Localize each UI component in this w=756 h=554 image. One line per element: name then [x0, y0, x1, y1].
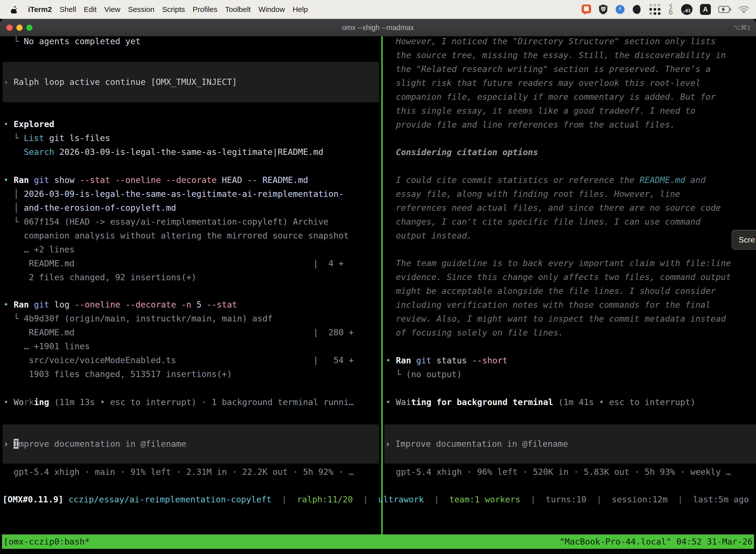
- terminal-line: essay file, along with finding root file…: [386, 187, 756, 201]
- input-source-icon[interactable]: A: [700, 4, 711, 15]
- time-left-badge-icon[interactable]: ..61: [681, 4, 693, 15]
- terminal-line: … +2 lines: [3, 242, 381, 257]
- chat-app-icon[interactable]: [581, 4, 591, 15]
- terminal-line: this single essay, it seems like a good …: [386, 104, 756, 118]
- tmux-host-clock: "MacBook-Pro-44.local" 04:52 31-Mar-26: [560, 537, 753, 547]
- menu-item-edit[interactable]: Edit: [84, 5, 97, 14]
- terminal-line: 2 files changed, 92 insertions(+): [3, 270, 381, 284]
- terminal-line: [OMX#0.11.9] cczip/essay/ai-reimplementa…: [2, 492, 749, 506]
- menu-item-shell[interactable]: Shell: [60, 5, 76, 14]
- menu-item-session[interactable]: Session: [128, 5, 154, 14]
- menu-item-profiles[interactable]: Profiles: [192, 5, 217, 14]
- model-status-right: gpt-5.4 xhigh · 96% left · 520K in · 5.8…: [386, 465, 756, 479]
- terminal-line: companion file, especially if more comme…: [386, 90, 756, 104]
- terminal-line: README.md | 280 +: [3, 325, 381, 339]
- agents-note: └ No agents completed yet: [3, 36, 381, 48]
- terminal-line: However, I noticed the "Directory Struct…: [386, 36, 756, 48]
- terminal-line: • Ran git log --oneline --decorate -n 5 …: [3, 297, 381, 312]
- terminal-line: › Ralph loop active continue [OMX_TMUX_I…: [3, 75, 379, 89]
- terminal-line: Considering citation options: [386, 145, 756, 159]
- git-show-section: • Ran git show --stat --oneline --decora…: [3, 173, 381, 284]
- menu-item-view[interactable]: View: [105, 5, 120, 14]
- navigation-badge-icon[interactable]: [615, 4, 625, 14]
- terminal-line: └ 4b9d30f (origin/main, instructkr/main,…: [3, 312, 381, 325]
- reasoning-paragraph-1: However, I noticed the "Directory Struct…: [386, 36, 756, 131]
- terminal-line: • Waiting for background terminal (1m 41…: [386, 395, 756, 409]
- window-title: omx --xhigh --madmax: [0, 23, 756, 32]
- git-status-section: • Ran git status --short └ (no output): [386, 353, 756, 381]
- omx-status-line: [OMX#0.11.9] cczip/essay/ai-reimplementa…: [2, 492, 749, 506]
- terminal-line: slight risk that future readers may over…: [386, 76, 756, 90]
- terminal-line: output instead.: [386, 229, 756, 242]
- window-title-bar: omx --xhigh --madmax ⌥⌘1: [0, 19, 756, 36]
- terminal-line: 1903 files changed, 513517 insertions(+): [3, 367, 381, 381]
- menu-item-iterm2[interactable]: iTerm2: [28, 5, 52, 14]
- left-agent-pane: └ No agents completed yet › Ralph loop a…: [0, 36, 381, 535]
- terminal-line: provide file and line references from th…: [386, 118, 756, 131]
- shield-icon[interactable]: [599, 4, 608, 15]
- terminal-line: └ 067f154 (HEAD -> essay/ai-reimplementa…: [3, 215, 381, 229]
- screen-share-chip[interactable]: Scre: [732, 230, 756, 250]
- terminal-line: The team guideline is to back every impo…: [386, 256, 756, 270]
- terminal-line: references need actual files, and since …: [386, 201, 756, 215]
- battery-icon[interactable]: [718, 6, 731, 13]
- pane-divider[interactable]: [381, 36, 383, 535]
- menu-item-help[interactable]: Help: [293, 5, 308, 14]
- terminal-line: │ and-the-erosion-of-copyleft.md: [3, 201, 381, 215]
- terminal-line: changes, I can't cite specific file line…: [386, 215, 756, 229]
- terminal-line: review. Also, I might want to inspect th…: [386, 312, 756, 326]
- terminal-line: … +1901 lines: [3, 339, 381, 353]
- terminal-line: • Working (11m 13s • esc to interrupt) ·…: [3, 395, 381, 409]
- terminal-line: of focusing solely on file lines.: [386, 326, 756, 340]
- close-window-button[interactable]: [6, 24, 13, 31]
- prompt-input-right[interactable]: › Improve documentation in @filename: [384, 425, 756, 464]
- terminal-line: › Improve documentation in @filename: [385, 437, 756, 451]
- git-log-section: • Ran git log --oneline --decorate -n 5 …: [3, 297, 381, 381]
- menu-item-scripts[interactable]: Scripts: [162, 5, 185, 14]
- window-shortcut-hint: ⌥⌘1: [733, 24, 751, 32]
- prompt-input-left[interactable]: › Improve documentation in @filename: [2, 425, 379, 464]
- tmux-session-label: [omx-cczip0:bash*: [3, 537, 90, 547]
- wifi-icon[interactable]: [739, 5, 749, 13]
- ralph-inject-banner: › Ralph loop active continue [OMX_TMUX_I…: [2, 62, 379, 102]
- model-status-left: gpt-5.4 xhigh · main · 91% left · 2.31M …: [3, 465, 381, 479]
- reasoning-paragraph-2: I could cite commit statistics or refere…: [386, 173, 756, 242]
- terminal-line: the source tree, missing the essay. Stil…: [386, 48, 756, 62]
- terminal-line: Search 2026-03-09-is-legal-the-same-as-l…: [3, 145, 381, 159]
- terminal-line: I could cite commit statistics or refere…: [386, 173, 756, 187]
- right-agent-pane: However, I noticed the "Directory Struct…: [383, 36, 756, 535]
- arc-circle-icon[interactable]: [632, 5, 642, 14]
- waiting-status-line: • Waiting for background terminal (1m 41…: [386, 395, 756, 409]
- terminal-line: │ 2026-03-09-is-legal-the-same-as-legiti…: [3, 187, 381, 201]
- menu-items: iTerm2ShellEditViewSessionScriptsProfile…: [28, 5, 308, 14]
- terminal-line: companion analysis without altering the …: [3, 229, 381, 242]
- terminal-line: gpt-5.4 xhigh · main · 91% left · 2.31M …: [3, 465, 381, 479]
- terminal-line: └ (no output): [386, 367, 756, 381]
- macos-menu-bar: iTerm2ShellEditViewSessionScriptsProfile…: [0, 0, 756, 19]
- terminal-line: › Improve documentation in @filename: [3, 437, 379, 451]
- minimize-window-button[interactable]: [16, 24, 22, 31]
- reasoning-heading: Considering citation options: [386, 145, 756, 159]
- working-status-line: • Working (11m 13s • esc to interrupt) ·…: [3, 395, 381, 409]
- terminal-line: └ List git ls-files: [3, 131, 381, 145]
- maximize-window-button[interactable]: [26, 24, 33, 31]
- menu-status-icons: ..61 A: [581, 4, 749, 15]
- tmux-status-bar: [omx-cczip0:bash* "MacBook-Pro-44.local"…: [2, 535, 754, 549]
- explored-section: • Explored └ List git ls-files Search 20…: [3, 117, 381, 159]
- terminal-line: • Explored: [3, 117, 381, 131]
- terminal-line: including verification notes with those …: [386, 298, 756, 312]
- terminal-line: src/voice/voiceModeEnabled.ts | 54 +: [3, 353, 381, 367]
- screen-share-chip-label: Scre: [739, 235, 755, 244]
- menu-item-window[interactable]: Window: [258, 5, 285, 14]
- window-controls: [6, 19, 33, 36]
- desktop-screen: iTerm2ShellEditViewSessionScriptsProfile…: [0, 0, 756, 554]
- terminal-line: might be acceptable alongside the file l…: [386, 284, 756, 298]
- menu-item-toolbelt[interactable]: Toolbelt: [225, 5, 251, 14]
- reasoning-paragraph-3: The team guideline is to back every impo…: [386, 256, 756, 340]
- terminal-line: • Ran git status --short: [386, 353, 756, 367]
- terminal-line: └ No agents completed yet: [3, 36, 381, 48]
- apple-menu-icon[interactable]: [11, 5, 18, 13]
- dots-grid-icon[interactable]: [649, 4, 661, 15]
- terminal-line: the "Related research writing" section i…: [386, 62, 756, 76]
- squiggle-hook-icon[interactable]: [668, 4, 674, 15]
